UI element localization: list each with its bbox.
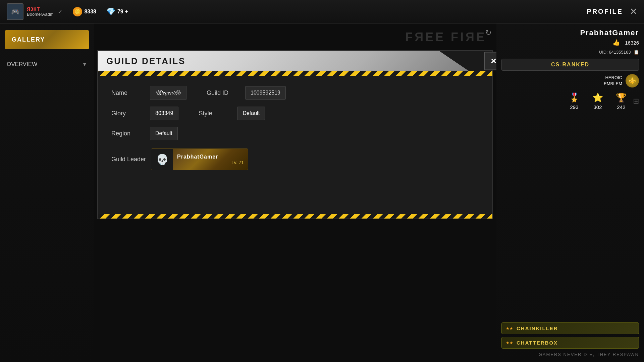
user-name: BoomerAadmi [27,12,54,17]
stat-icons-row: 🎖️ 293 ⭐ 302 🏆 242 ⊞ [501,93,639,110]
coin-icon: 🪙 [73,7,82,16]
coin-value: 8338 [84,9,96,15]
main-area: FЯEE FIЯE ↻ GUILD DETAILS ✕ [94,23,496,362]
region-field: Region Default [111,127,178,140]
chevron-down-icon: ▼ [82,61,87,67]
badge2-name: CHATTERBOX [517,340,558,346]
leader-row: Guild Leader 💀 PrabhatGamer Lv. 71 [111,148,479,170]
stat3-value: 242 [617,104,625,110]
gamers-tagline: GAMERS NEVER DIE, THEY RESPAWN [501,352,639,357]
top-bar-right: PROFILE ✕ [587,6,637,17]
overview-label: OVERVIEW [7,61,37,68]
heroic-row: HEROICEMBLEM ⚜️ [501,74,639,87]
diamond-value: 79 + [117,9,128,15]
user-info: Я3КТ BoomerAadmi [27,6,54,17]
right-username: PrabhatGamer [501,28,639,37]
stat2-value: 302 [593,104,602,110]
leader-level: Lv. 71 [177,160,244,165]
overview-row[interactable]: OVERVIEW ▼ [0,56,94,73]
right-stats-row: 👍 16326 [501,39,639,46]
right-panel: PrabhatGamer 👍 16326 UID: 641355163 📋 CS… [496,23,644,362]
glory-field: Glory 803349 [111,107,178,120]
badge1-stars: ★★ [506,326,513,331]
guild-close-button[interactable]: ✕ [484,52,496,70]
badge-chainkiller: ★★ CHAINKILLER [501,322,639,334]
hazard-stripe-bottom [98,214,492,219]
leader-card[interactable]: 💀 PrabhatGamer Lv. 71 [151,148,248,170]
leader-name: PrabhatGamer [177,154,244,160]
gallery-button[interactable]: GALLERY [5,30,89,49]
guild-id-value: 1009592519 [245,86,286,100]
stat1-value: 293 [570,104,578,110]
uid-row: UID: 641355163 📋 [501,50,639,55]
uid-label: UID: [599,50,608,55]
stat-col-2: ⭐ 302 [586,93,609,110]
name-label: Name [111,89,145,97]
freefire-logo: FЯEE FIЯE [405,30,486,44]
expand-icon[interactable]: ⊞ [633,97,639,106]
badge-chatterbox: ★★ CHATTERBOX [501,337,639,349]
stat3-icon: 🏆 [616,93,627,103]
region-label: Region [111,130,145,137]
guild-title: GUILD DETAILS [106,56,185,66]
diamond-section: 💎 79 + [106,7,128,16]
guild-content: Name ꧁𝔩𝔢𝔤𝔢𝔫𝔡꧂ Guild ID 1009592519 Glory … [98,76,492,214]
heroic-badge: ⚜️ [626,74,639,87]
coins-section: 🪙 8338 [73,7,96,16]
name-value: ꧁𝔩𝔢𝔤𝔢𝔫𝔡꧂ [150,86,186,100]
stat-col-3: 🏆 242 [609,93,633,110]
leader-avatar: 💀 [151,148,173,170]
guild-id-field: Guild ID 1009592519 [207,86,286,100]
glory-label: Glory [111,110,145,117]
guild-id-label: Guild ID [207,89,240,97]
like-count: 16326 [625,40,639,46]
guild-title-bar: GUILD DETAILS [98,51,469,71]
hazard-stripe-top [98,71,492,76]
stat2-icon: ⭐ [592,93,603,103]
guild-leader-label: Guild Leader [111,156,146,163]
guild-modal-inner: GUILD DETAILS ✕ Name ꧁𝔩𝔢𝔤𝔢𝔫𝔡꧂ [97,50,493,219]
top-bar: 🎮 Я3КТ BoomerAadmi ✓ 🪙 8338 💎 79 + PROFI… [0,0,644,23]
style-value: Default [237,107,265,120]
style-field: Style Default [199,107,265,120]
region-value: Default [150,127,178,140]
stat1-icon: 🎖️ [569,93,580,103]
profile-label: PROFILE [587,8,623,15]
user-tag: Я3КТ [27,6,54,12]
like-icon: 👍 [612,39,620,46]
guild-details-modal: GUILD DETAILS ✕ Name ꧁𝔩𝔢𝔤𝔢𝔫𝔡꧂ [97,50,493,219]
check-icon: ✓ [58,8,63,15]
uid-value: 641355163 [609,50,631,55]
copy-icon[interactable]: 📋 [634,50,639,55]
diamond-icon: 💎 [106,7,115,16]
badge2-stars: ★★ [506,341,513,345]
badge1-name: CHAINKILLER [517,325,558,331]
leader-info: PrabhatGamer Lv. 71 [173,152,248,167]
style-label: Style [199,110,232,117]
left-sidebar: GALLERY OVERVIEW ▼ [0,23,94,362]
name-field: Name ꧁𝔩𝔢𝔤𝔢𝔫𝔡꧂ [111,86,186,100]
avatar: 🎮 [7,3,23,20]
refresh-icon[interactable]: ↻ [485,28,491,37]
badge-row: ★★ CHAINKILLER ★★ CHATTERBOX [501,322,639,349]
stat-col-1: 🎖️ 293 [562,93,586,110]
top-close-button[interactable]: ✕ [630,6,637,17]
heroic-label: HEROICEMBLEM [604,75,622,87]
cs-ranked-badge: CS-RANKED [501,59,639,71]
glory-value: 803349 [150,107,178,120]
